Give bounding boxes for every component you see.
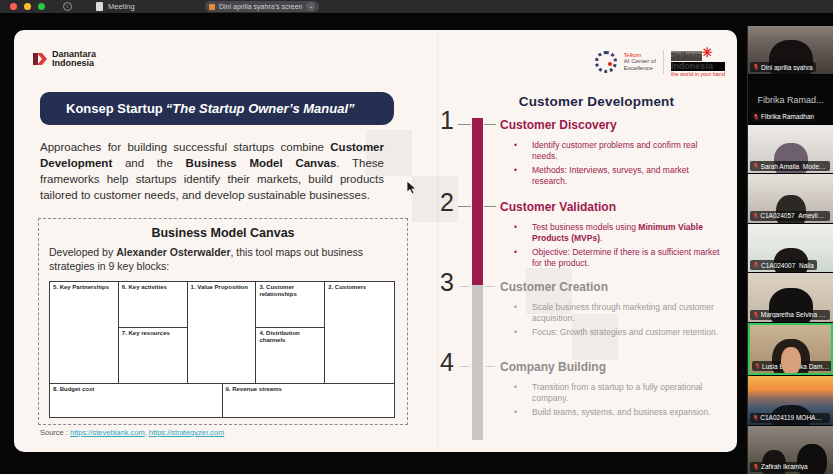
danantara-logo-icon xyxy=(32,51,48,67)
participant-tile[interactable]: C1A024007_Naila xyxy=(748,224,833,272)
customer-development-heading: Customer Development xyxy=(470,94,723,109)
timeline-connector xyxy=(458,206,471,207)
participant-tile[interactable]: C1A024057_Ameylia Fa... xyxy=(748,174,833,222)
participant-tile[interactable]: Fibrika Ramad... Fibrika Ramadhan xyxy=(748,75,833,123)
bmc-table: 5. Key Partnerships 6. Key activities 1.… xyxy=(49,281,395,418)
step-bullets-validation: Test business models using Minimum Viabl… xyxy=(506,222,724,272)
screen-share-indicator[interactable]: Dini aprilia syahra's screen ⌄ xyxy=(205,1,319,12)
step-title-discovery: Customer Discovery xyxy=(500,118,617,132)
bmc-description: Developed by Alexander Osterwalder, this… xyxy=(49,246,397,273)
step-title-creation: Customer Creation xyxy=(500,280,608,294)
shared-slide: Danantara Indonesia Konsep Startup “The … xyxy=(14,30,737,452)
participant-name: Dini aprilia syahra xyxy=(761,64,813,71)
bmc-title: Business Model Canvas xyxy=(39,226,407,240)
window-controls xyxy=(10,3,45,10)
bmc-section: Business Model Canvas Developed by Alexa… xyxy=(38,218,408,425)
muted-mic-icon xyxy=(753,463,759,471)
logo-divider xyxy=(663,50,664,74)
danantara-logo: Danantara Indonesia xyxy=(32,50,96,68)
participant-tile[interactable]: C1A024119 MOHAMMA... xyxy=(748,376,833,424)
step-bullets-discovery: Identify customer problems and confirm r… xyxy=(506,140,724,190)
partner-logos: Telkom AI Center of Excellence Telkom✳ I… xyxy=(595,46,725,78)
chevron-down-icon[interactable]: ⌄ xyxy=(306,2,315,11)
step-bullets-building: Transition from a startup to a fully ope… xyxy=(506,382,724,421)
participant-tile[interactable]: Margaretha Selvina W... xyxy=(748,273,833,321)
timeline-connector xyxy=(458,124,471,125)
document-icon xyxy=(96,2,103,11)
intro-paragraph: Approaches for building successful start… xyxy=(40,140,384,203)
participant-strip: Dini aprilia syahra Fibrika Ramad... Fib… xyxy=(747,26,833,474)
bmc-cell-revenue: 9. Revenue streams xyxy=(223,384,395,417)
step-number-4: 4 xyxy=(436,348,458,377)
timeline-bar xyxy=(472,118,483,440)
timeline-connector xyxy=(484,124,496,125)
participant-tile-active-speaker[interactable]: Lusia Elsa Dika Damayanty xyxy=(748,323,833,375)
mouse-cursor xyxy=(406,180,417,195)
info-icon[interactable]: i xyxy=(63,2,72,11)
bmc-cell-budget: 8. Budget cost xyxy=(50,384,223,417)
slide-title-banner: Konsep Startup “The Startup Owner’s Manu… xyxy=(40,92,394,125)
source-link-strategyzer[interactable]: https://strategyzer.com xyxy=(149,428,224,437)
step-number-3: 3 xyxy=(436,268,458,297)
participant-name: Sarah Amalia_Moderator xyxy=(761,163,827,170)
timeline-connector xyxy=(458,286,471,287)
participant-tile[interactable]: Sarah Amalia_Moderator xyxy=(748,125,833,173)
muted-mic-icon xyxy=(753,113,759,121)
muted-mic-icon xyxy=(753,212,758,220)
source-line: Source : https://steveblank.com, https:/… xyxy=(40,428,224,437)
fullscreen-window-button[interactable] xyxy=(38,3,45,10)
telkom-tagline: the world in your hand xyxy=(671,72,725,78)
muted-mic-icon xyxy=(753,162,759,170)
muted-mic-icon xyxy=(753,63,759,71)
screen-share-icon xyxy=(209,4,215,10)
zoom-app-window: i Meeting Dini aprilia syahra's screen ⌄… xyxy=(0,0,833,474)
bmc-cell-resources: 7. Key resources xyxy=(119,328,188,384)
window-titlebar: i Meeting Dini aprilia syahra's screen ⌄ xyxy=(0,0,833,13)
muted-mic-icon xyxy=(755,362,760,370)
participant-center-name: Fibrika Ramad... xyxy=(748,95,833,105)
bmc-cell-customers: 2. Customers xyxy=(325,282,394,384)
participant-name: C1A024007_Naila xyxy=(761,262,814,269)
participant-tile[interactable]: Dini aprilia syahra xyxy=(748,26,833,74)
source-link-steveblank[interactable]: https://steveblank.com xyxy=(70,428,145,437)
slide-title-quoted: “The Startup Owner’s Manual” xyxy=(166,101,355,116)
meeting-title: Meeting xyxy=(108,2,135,11)
step-number-2: 2 xyxy=(436,188,458,217)
bmc-cell-activities: 6. Key activities xyxy=(119,282,188,328)
muted-mic-icon xyxy=(753,414,758,422)
customer-development-panel: Telkom AI Center of Excellence Telkom✳ I… xyxy=(434,30,737,452)
participant-tile[interactable]: Zafirah Ikramiya xyxy=(748,426,833,474)
step-title-validation: Customer Validation xyxy=(500,200,616,214)
muted-mic-icon xyxy=(753,311,759,319)
bmc-cell-channels: 4. Distribution channels xyxy=(256,328,325,384)
step-title-building: Company Building xyxy=(500,360,606,374)
step-bullets-creation: Scale business through marketing and cus… xyxy=(506,302,724,341)
step-number-1: 1 xyxy=(436,106,458,135)
close-window-button[interactable] xyxy=(10,3,17,10)
bmc-cell-partnerships: 5. Key Partnerships xyxy=(50,282,119,384)
telkom-indonesia-logo: Telkom✳ Indonesia the world in your hand xyxy=(671,46,725,78)
coe-line1: AI Center of xyxy=(624,58,656,64)
brand-line2: Indonesia xyxy=(52,59,96,68)
bmc-cell-relationships: 3. Customer relationships xyxy=(256,282,325,328)
participant-name: Lusia Elsa Dika Damayanty xyxy=(762,363,829,370)
participant-name: Zafirah Ikramiya xyxy=(761,463,808,470)
timeline-connector xyxy=(484,206,496,207)
bmc-cell-value: 1. Value Proposition xyxy=(188,282,257,384)
ai-coe-logo-icon xyxy=(595,51,617,73)
minimize-window-button[interactable] xyxy=(24,3,31,10)
telkom-starburst-icon: ✳ xyxy=(702,45,713,60)
screen-share-label: Dini aprilia syahra's screen xyxy=(219,3,302,10)
participant-name: C1A024119 MOHAMMA... xyxy=(760,414,827,421)
timeline-connector xyxy=(484,366,496,367)
slide-title-prefix: Konsep Startup xyxy=(66,101,163,116)
timeline-connector xyxy=(484,286,496,287)
muted-mic-icon xyxy=(753,261,759,269)
timeline-connector xyxy=(458,366,471,367)
participant-name: Fibrika Ramadhan xyxy=(761,113,814,120)
coe-line2: Excellence xyxy=(624,65,653,71)
participant-name: C1A024057_Ameylia Fa... xyxy=(760,212,827,219)
participant-name: Margaretha Selvina W... xyxy=(761,311,827,318)
